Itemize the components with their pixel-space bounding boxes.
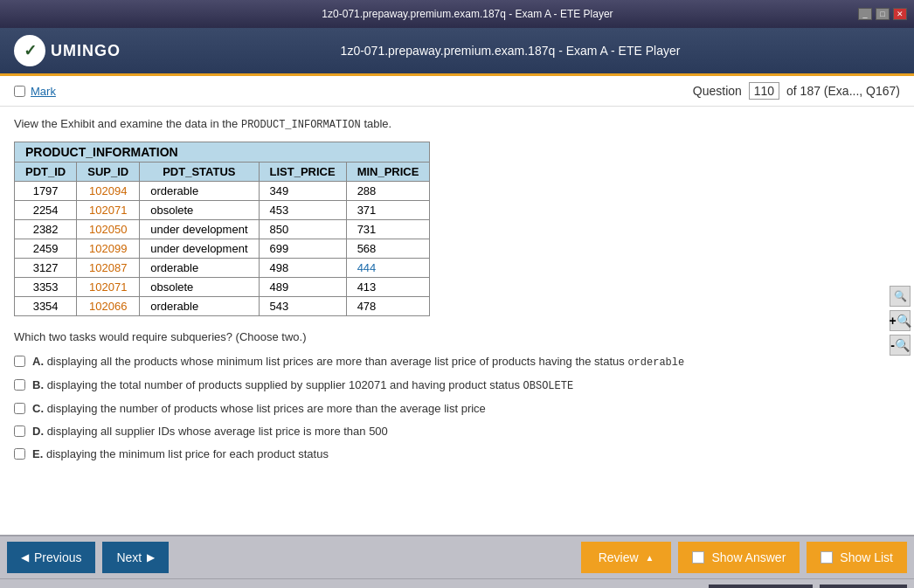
- mark-label[interactable]: Mark: [14, 85, 56, 98]
- option-b-code: OBSOLETE: [523, 380, 574, 392]
- save-session-button[interactable]: Save Session: [709, 585, 814, 589]
- bottom-bar: ◀ Previous Next ▶ Review ▲ Show Answer S…: [0, 535, 914, 578]
- col-header-sup-id: SUP_ID: [77, 163, 140, 182]
- question-intro: View the Exhibit and examine the data in…: [14, 117, 900, 131]
- next-chevron-icon: ▶: [147, 551, 155, 564]
- col-header-pdt-status: PDT_STATUS: [140, 163, 259, 182]
- question-number-box: 110: [749, 82, 779, 100]
- col-header-pdt-id: PDT_ID: [15, 163, 77, 182]
- question-info: Question 110 of 187 (Exa..., Q167): [693, 82, 900, 100]
- option-d: D. displaying all supplier IDs whose ave…: [14, 424, 900, 439]
- main-content: View the Exhibit and examine the data in…: [0, 107, 914, 535]
- table-row: 2254 102071 obsolete 453 371: [15, 201, 430, 220]
- title-bar: 1z0-071.prepaway.premium.exam.187q - Exa…: [0, 0, 914, 28]
- checkbox-e[interactable]: [14, 448, 25, 460]
- option-e-letter: E.: [32, 447, 43, 460]
- option-b-letter: B.: [32, 378, 44, 391]
- show-answer-checkbox-icon: [692, 551, 704, 564]
- right-toolbar: 🔍 +🔍 -🔍: [890, 286, 911, 356]
- show-list-checkbox-icon: [821, 551, 833, 564]
- col-header-min-price: MIN_PRICE: [346, 163, 430, 182]
- table-row: 2459 102099 under development 699 568: [15, 239, 430, 259]
- col-header-list-price: LIST_PRICE: [259, 163, 346, 182]
- option-c-letter: C.: [32, 402, 44, 415]
- app-header: ✓ UMINGO 1z0-071.prepaway.premium.exam.1…: [0, 28, 914, 76]
- show-list-button[interactable]: Show List: [807, 542, 907, 573]
- option-b: B. displaying the total number of produc…: [14, 377, 900, 394]
- option-a-code: orderable: [627, 356, 684, 369]
- logo-icon: ✓: [14, 35, 45, 66]
- exhibit-table: PRODUCT_INFORMATION PDT_ID SUP_ID PDT_ST…: [14, 142, 430, 316]
- checkbox-d[interactable]: [14, 425, 25, 437]
- previous-button[interactable]: ◀ Previous: [7, 542, 95, 573]
- zoom-in-icon[interactable]: +🔍: [890, 310, 911, 331]
- end-exam-button[interactable]: End Exam: [820, 585, 907, 589]
- option-c: C. displaying the number of products who…: [14, 401, 900, 417]
- table-row: 1797 102094 orderable 349 288: [15, 182, 430, 201]
- show-answer-button[interactable]: Show Answer: [678, 542, 800, 573]
- mark-checkbox[interactable]: [14, 86, 25, 97]
- app-title: 1z0-071.prepaway.premium.exam.187q - Exa…: [121, 44, 900, 58]
- title-bar-title: 1z0-071.prepaway.premium.exam.187q - Exa…: [322, 8, 613, 20]
- title-bar-controls: _ □ ✕: [858, 8, 907, 20]
- checkbox-b[interactable]: [14, 379, 25, 391]
- logo-text: UMINGO: [51, 42, 121, 60]
- review-dropdown-icon: ▲: [646, 553, 654, 563]
- table-row: 3354 102066 orderable 543 478: [15, 297, 430, 316]
- table-row: 2382 102050 under development 850 731: [15, 220, 430, 239]
- close-button[interactable]: ✕: [893, 8, 907, 20]
- option-e: E. displaying the minimum list price for…: [14, 446, 900, 462]
- mark-section: Mark Question 110 of 187 (Exa..., Q167): [0, 76, 914, 107]
- which-two-question: Which two tasks would require subqueries…: [14, 330, 900, 343]
- previous-chevron-icon: ◀: [21, 551, 29, 564]
- table-name-inline: PRODUCT_INFORMATION: [241, 119, 361, 131]
- review-button[interactable]: Review ▲: [581, 542, 672, 573]
- minimize-button[interactable]: _: [858, 8, 872, 20]
- option-d-letter: D.: [32, 425, 44, 438]
- logo: ✓ UMINGO: [14, 35, 121, 66]
- zoom-out-icon[interactable]: -🔍: [890, 335, 911, 356]
- checkbox-a[interactable]: [14, 356, 25, 367]
- next-button[interactable]: Next ▶: [102, 542, 169, 573]
- answer-options: A. displaying all the products whose min…: [14, 354, 900, 462]
- table-title: PRODUCT_INFORMATION: [15, 142, 430, 163]
- maximize-button[interactable]: □: [876, 8, 890, 20]
- checkbox-c[interactable]: [14, 403, 25, 414]
- search-icon[interactable]: 🔍: [890, 286, 911, 307]
- option-a-letter: A.: [32, 355, 44, 368]
- table-row: 3353 102071 obsolete 489 413: [15, 278, 430, 297]
- option-a: A. displaying all the products whose min…: [14, 354, 900, 370]
- table-row: 3127 102087 orderable 498 444: [15, 259, 430, 278]
- save-end-bar: Save Session End Exam: [0, 578, 914, 588]
